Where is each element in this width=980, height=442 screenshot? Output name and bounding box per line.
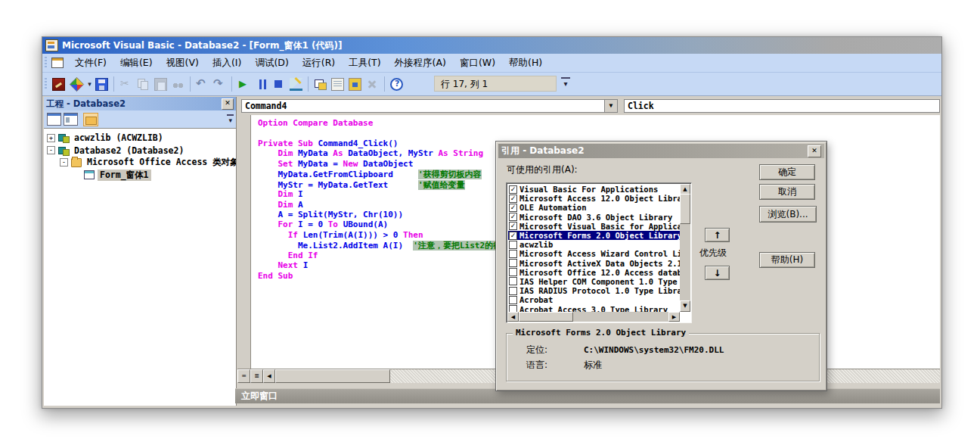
reference-item[interactable]: Acrobat Access 3.0 Type Library xyxy=(508,304,680,312)
reference-item[interactable]: ✓Microsoft Access 12.0 Object Library xyxy=(508,194,680,203)
project-toolbar-overflow-button[interactable]: ▾ xyxy=(227,114,234,125)
tree-item-acwzlib[interactable]: +acwzlib (ACWZLIB) xyxy=(44,132,236,144)
unchecked-checkbox-icon[interactable] xyxy=(509,277,517,285)
unchecked-checkbox-icon[interactable] xyxy=(509,305,517,312)
scroll-left-icon[interactable]: ◀ xyxy=(507,312,519,322)
hscroll-left-icon[interactable]: ◀ xyxy=(263,369,275,383)
reference-item[interactable]: ✓Microsoft Forms 2.0 Object Library xyxy=(508,231,680,240)
reference-item[interactable]: Acrobat xyxy=(508,295,680,304)
hscroll-thumb[interactable] xyxy=(275,369,390,383)
reference-item[interactable]: Microsoft ActiveX Data Objects 2.1 Libra… xyxy=(508,259,680,268)
view-code-icon[interactable] xyxy=(47,113,61,126)
object-browser-icon[interactable] xyxy=(349,78,361,91)
reference-item[interactable]: Microsoft Access Wizard Control Library xyxy=(508,249,680,258)
reference-item[interactable]: acwzlib xyxy=(508,240,680,249)
close-icon[interactable]: ✕ xyxy=(222,98,234,110)
tree-item-access-class-objects[interactable]: -Microsoft Office Access 类对象 xyxy=(44,157,236,169)
collapse-icon[interactable]: - xyxy=(47,146,55,154)
references-vscrollbar[interactable]: ▲ ▼ xyxy=(680,184,690,312)
help-icon[interactable] xyxy=(390,78,403,91)
tree-item-form-window1[interactable]: Form_窗体1 xyxy=(44,169,236,181)
break-icon[interactable] xyxy=(255,78,268,91)
cut-icon[interactable] xyxy=(119,78,132,91)
menu-item-addins[interactable]: 外接程序(A) xyxy=(388,54,453,72)
reference-item[interactable]: IAS Helper COM Component 1.0 Type Librar… xyxy=(508,277,680,286)
redo-icon[interactable] xyxy=(213,78,226,91)
toolbar-overflow-button[interactable]: ▾ xyxy=(561,77,570,89)
event-dropdown[interactable]: Click xyxy=(624,99,940,113)
undo-icon[interactable] xyxy=(196,78,209,91)
insert-userform-icon[interactable] xyxy=(70,76,84,91)
insert-userform-dropdown-icon[interactable]: ▾ xyxy=(86,80,93,88)
unchecked-checkbox-icon[interactable] xyxy=(509,241,517,249)
unchecked-checkbox-icon[interactable] xyxy=(509,296,517,304)
menu-item-view[interactable]: 视图(V) xyxy=(160,54,206,72)
access-view-icon[interactable] xyxy=(52,78,65,91)
menu-item-insert[interactable]: 插入(I) xyxy=(206,54,248,72)
tree-item-database2[interactable]: -Database2 (Database2) xyxy=(44,144,236,156)
unchecked-checkbox-icon[interactable] xyxy=(509,268,517,276)
project-panel-header[interactable]: 工程 - Database2 ✕ xyxy=(44,97,236,110)
reference-item[interactable]: ✓Visual Basic For Applications xyxy=(508,185,680,194)
design-mode-icon[interactable] xyxy=(290,78,302,91)
menu-item-help[interactable]: 帮助(H) xyxy=(502,54,549,72)
procedure-view-icon[interactable]: ≡ xyxy=(237,369,250,383)
references-hscrollbar[interactable]: ◀ ▶ xyxy=(507,312,680,322)
reference-item[interactable]: IAS RADIUS Protocol 1.0 Type Library xyxy=(508,286,680,295)
hscroll-thumb[interactable] xyxy=(519,312,573,322)
copy-icon[interactable] xyxy=(137,78,150,91)
view-object-icon[interactable] xyxy=(64,113,78,126)
run-icon[interactable] xyxy=(237,78,250,91)
menu-item-file[interactable]: 文件(F) xyxy=(68,54,113,72)
full-module-view-icon[interactable]: ≣ xyxy=(250,369,263,383)
toolbar-grip[interactable] xyxy=(45,78,47,90)
unchecked-checkbox-icon[interactable] xyxy=(509,287,517,295)
code-line: If Len(Trim(A(I))) > 0 Then xyxy=(258,230,510,240)
vscroll-thumb[interactable] xyxy=(680,194,690,224)
checked-checkbox-icon[interactable]: ✓ xyxy=(509,222,517,230)
priority-down-button[interactable]: ↓ xyxy=(705,266,730,280)
menubar-grip[interactable] xyxy=(45,57,47,69)
close-icon[interactable]: ✕ xyxy=(808,145,821,157)
reference-item[interactable]: ✓Microsoft Visual Basic for Applications… xyxy=(508,222,680,231)
reference-item[interactable]: Microsoft Office 12.0 Access database en… xyxy=(508,268,680,277)
unchecked-checkbox-icon[interactable] xyxy=(509,250,517,258)
priority-up-button[interactable]: ↑ xyxy=(705,228,730,242)
expand-icon[interactable]: + xyxy=(47,134,55,142)
menu-item-run[interactable]: 运行(R) xyxy=(296,54,342,72)
paste-icon[interactable] xyxy=(154,78,167,91)
help-button[interactable]: 帮助(H) xyxy=(759,252,815,268)
ok-button[interactable]: 确定 xyxy=(759,164,815,180)
save-icon[interactable] xyxy=(95,78,108,91)
reference-item[interactable]: ✓Microsoft DAO 3.6 Object Library xyxy=(508,213,680,222)
cancel-button[interactable]: 取消 xyxy=(759,184,815,200)
menu-item-tools[interactable]: 工具(T) xyxy=(342,54,387,72)
child-window-icon[interactable] xyxy=(51,58,64,68)
reference-item-label: Microsoft Forms 2.0 Object Library xyxy=(519,231,680,240)
chevron-down-icon[interactable]: ▼ xyxy=(604,100,617,112)
checked-checkbox-icon[interactable]: ✓ xyxy=(509,232,517,240)
checked-checkbox-icon[interactable]: ✓ xyxy=(509,185,517,194)
find-icon[interactable] xyxy=(172,78,185,91)
window-titlebar[interactable]: Microsoft Visual Basic - Database2 - [Fo… xyxy=(42,37,941,54)
checked-checkbox-icon[interactable]: ✓ xyxy=(509,204,517,212)
reset-icon[interactable] xyxy=(272,78,285,91)
object-dropdown[interactable]: Command4 ▼ xyxy=(241,99,618,113)
toggle-folders-icon[interactable] xyxy=(83,113,98,126)
collapse-icon[interactable]: - xyxy=(60,158,68,167)
menu-item-debug[interactable]: 调试(D) xyxy=(248,54,295,72)
properties-window-icon[interactable] xyxy=(331,78,344,91)
checked-checkbox-icon[interactable]: ✓ xyxy=(509,195,517,203)
toolbox-icon[interactable] xyxy=(366,78,379,91)
checked-checkbox-icon[interactable]: ✓ xyxy=(509,213,517,221)
dialog-titlebar[interactable]: 引用 - Database2 ✕ xyxy=(498,144,824,158)
scroll-right-icon[interactable]: ▶ xyxy=(668,312,680,322)
scroll-down-icon[interactable]: ▼ xyxy=(680,300,690,312)
unchecked-checkbox-icon[interactable] xyxy=(509,259,517,267)
project-explorer-icon[interactable] xyxy=(314,78,327,91)
hscroll-track[interactable] xyxy=(573,312,668,322)
menu-item-window[interactable]: 窗口(W) xyxy=(453,54,502,72)
browse-button[interactable]: 浏览(B)... xyxy=(759,206,817,223)
reference-item[interactable]: ✓OLE Automation xyxy=(508,203,680,212)
menu-item-edit[interactable]: 编辑(E) xyxy=(113,54,160,72)
